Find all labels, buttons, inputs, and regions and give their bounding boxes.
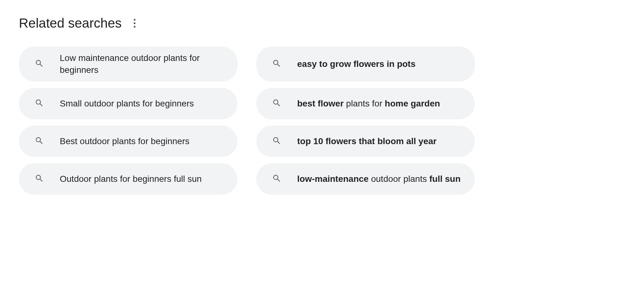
related-search-text: Outdoor plants for beginners full sun	[60, 173, 202, 185]
related-search-item[interactable]: Low maintenance outdoor plants for begin…	[19, 46, 237, 82]
related-search-text: low-maintenance outdoor plants full sun	[297, 173, 461, 185]
related-search-item[interactable]: Small outdoor plants for beginners	[19, 88, 237, 119]
search-icon	[272, 174, 281, 184]
more-options-icon[interactable]	[131, 16, 138, 30]
related-search-text: easy to grow flowers in pots	[297, 58, 416, 70]
related-search-text: Best outdoor plants for beginners	[60, 135, 189, 147]
search-icon	[272, 136, 281, 147]
search-icon	[272, 59, 281, 69]
related-search-text: top 10 flowers that bloom all year	[297, 135, 436, 147]
related-searches-heading: Related searches	[19, 16, 122, 31]
related-search-item[interactable]: Outdoor plants for beginners full sun	[19, 163, 237, 195]
search-icon	[272, 98, 281, 109]
related-search-text: best flower plants for home garden	[297, 98, 440, 110]
search-icon	[35, 98, 44, 109]
related-search-item[interactable]: Best outdoor plants for beginners	[19, 126, 237, 157]
related-search-text: Low maintenance outdoor plants for begin…	[60, 52, 228, 76]
related-searches-grid: Low maintenance outdoor plants for begin…	[19, 46, 475, 195]
related-search-item[interactable]: easy to grow flowers in pots	[256, 46, 475, 82]
related-search-text: Small outdoor plants for beginners	[60, 98, 194, 110]
search-icon	[35, 174, 44, 184]
related-search-item[interactable]: top 10 flowers that bloom all year	[256, 126, 475, 157]
related-search-item[interactable]: best flower plants for home garden	[256, 88, 475, 119]
related-search-item[interactable]: low-maintenance outdoor plants full sun	[256, 163, 475, 195]
search-icon	[35, 136, 44, 147]
search-icon	[35, 59, 44, 69]
related-searches-header: Related searches	[19, 16, 625, 31]
